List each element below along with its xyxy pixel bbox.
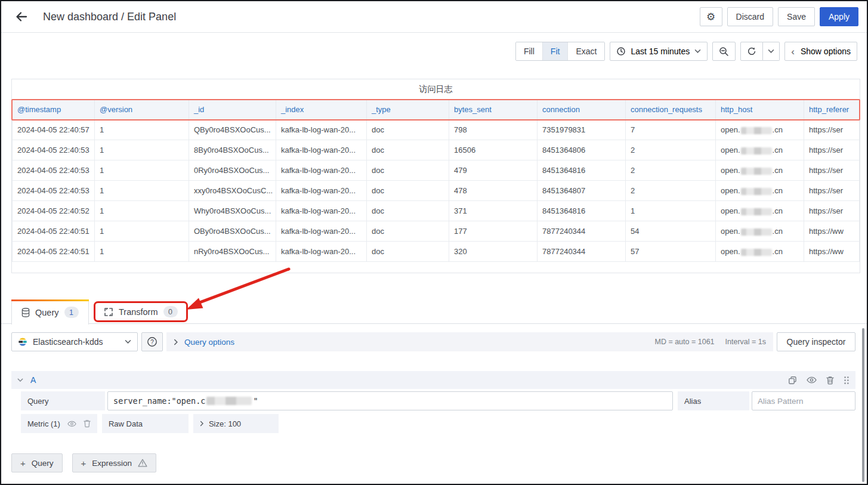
metric-selector[interactable]: Metric (1) bbox=[21, 414, 97, 433]
cell-host: open..cn bbox=[716, 160, 804, 181]
show-options-button[interactable]: ‹ Show options bbox=[784, 42, 857, 61]
size-option-toggle[interactable]: Size: 100 bbox=[193, 414, 279, 433]
tab-transform[interactable]: Transform 0 bbox=[95, 303, 186, 320]
table-row: 2024-04-05 22:40:511OBy0ro4BSXOoCus...ka… bbox=[13, 221, 860, 242]
chevron-down-icon bbox=[17, 378, 23, 382]
column-header[interactable]: _id bbox=[189, 100, 276, 120]
cell-timestamp: 2024-04-05 22:40:52 bbox=[13, 201, 95, 221]
time-range-label: Last 15 minutes bbox=[631, 47, 690, 56]
cell-connection: 8451364807 bbox=[538, 181, 626, 201]
cell-id: 0Ry0ro4BSXOoCus... bbox=[189, 160, 276, 181]
cell-id: nRy0ro4BSXOoCus... bbox=[189, 242, 276, 262]
toggle-query-visibility-button[interactable] bbox=[807, 376, 817, 384]
chevron-down-icon bbox=[768, 49, 774, 54]
column-header[interactable]: _type bbox=[367, 100, 449, 120]
query-options-toggle[interactable]: Query options MD = auto = 1061 Interval … bbox=[166, 332, 773, 351]
column-header[interactable]: connection bbox=[538, 100, 626, 120]
chevron-left-icon: ‹ bbox=[791, 47, 795, 57]
refresh-interval-dropdown[interactable] bbox=[763, 42, 780, 61]
zoom-out-button[interactable] bbox=[712, 42, 736, 61]
discard-button[interactable]: Discard bbox=[727, 7, 773, 26]
cell-referer: https://ww bbox=[804, 221, 860, 242]
cell-connection: 7877240344 bbox=[538, 221, 626, 242]
cell-index: kafka-lb-log-wan-20... bbox=[276, 201, 367, 221]
cell-connection_requests: 7 bbox=[626, 120, 716, 140]
column-header[interactable]: connection_requests bbox=[626, 100, 716, 120]
cell-index: kafka-lb-log-wan-20... bbox=[276, 242, 367, 262]
cell-connection_requests: 2 bbox=[626, 181, 716, 201]
cell-referer: https://ser bbox=[804, 120, 860, 140]
cell-referer: https://ser bbox=[804, 181, 860, 201]
max-data-points-value: MD = auto = 1061 bbox=[654, 338, 714, 346]
cell-host: open..cn bbox=[716, 181, 804, 201]
table-row: 2024-04-05 22:40:521Why0ro4BSXOoCus...ka… bbox=[13, 201, 860, 221]
delete-query-button[interactable] bbox=[826, 376, 834, 385]
cell-bytes_sent: 798 bbox=[449, 120, 538, 140]
query-field-row: Query server_name:"open.c " Alias bbox=[21, 391, 855, 410]
cell-id: OBy0ro4BSXOoCus... bbox=[189, 221, 276, 242]
query-ref-header[interactable]: A bbox=[11, 371, 855, 389]
add-expression-button[interactable]: + Expression bbox=[72, 453, 157, 472]
fill-option[interactable]: Fill bbox=[516, 42, 542, 60]
datasource-help-button[interactable]: ? bbox=[141, 332, 163, 351]
cell-type: doc bbox=[367, 140, 449, 160]
page-title: New dashboard / Edit Panel bbox=[43, 11, 176, 23]
time-range-picker[interactable]: Last 15 minutes bbox=[610, 42, 708, 61]
column-header[interactable]: _index bbox=[276, 100, 367, 120]
tab-query[interactable]: Query 1 bbox=[11, 299, 89, 325]
cell-timestamp: 2024-04-05 22:40:57 bbox=[13, 120, 95, 140]
drag-dots-icon bbox=[844, 376, 850, 385]
scrollbar-thumb[interactable] bbox=[862, 328, 864, 482]
cell-host: open..cn bbox=[716, 221, 804, 242]
query-input[interactable]: server_name:"open.c " bbox=[107, 391, 673, 410]
size-label: Size: 100 bbox=[209, 419, 241, 428]
metric-type-value[interactable]: Raw Data bbox=[102, 414, 189, 433]
table-row: 2024-04-05 22:40:571QBy0ro4BSXOoCus...ka… bbox=[13, 120, 860, 140]
column-header[interactable]: bytes_sent bbox=[449, 100, 538, 120]
column-header[interactable]: @version bbox=[95, 100, 189, 120]
add-query-button[interactable]: + Query bbox=[11, 453, 63, 472]
column-header[interactable]: @timestamp bbox=[13, 100, 95, 120]
fit-option[interactable]: Fit bbox=[542, 42, 568, 60]
size-mode-group: Fill Fit Exact bbox=[515, 42, 605, 61]
cell-bytes_sent: 320 bbox=[449, 242, 538, 262]
table-body: 2024-04-05 22:40:571QBy0ro4BSXOoCus...ka… bbox=[13, 120, 860, 262]
duplicate-query-button[interactable] bbox=[788, 376, 797, 385]
drag-handle[interactable] bbox=[844, 376, 850, 385]
cell-connection_requests: 2 bbox=[626, 140, 716, 160]
cell-bytes_sent: 478 bbox=[449, 181, 538, 201]
redacted-text bbox=[741, 147, 772, 155]
cell-timestamp: 2024-04-05 22:40:53 bbox=[13, 140, 95, 160]
transform-icon bbox=[104, 307, 113, 317]
redacted-text bbox=[741, 188, 772, 195]
alias-input[interactable] bbox=[752, 391, 855, 410]
transform-count-badge: 0 bbox=[163, 306, 178, 317]
chevron-down-icon bbox=[694, 49, 701, 54]
exact-option[interactable]: Exact bbox=[567, 42, 604, 60]
cell-version: 1 bbox=[95, 120, 189, 140]
back-button[interactable] bbox=[10, 6, 33, 27]
chevron-right-icon bbox=[174, 339, 178, 345]
metric-row: Metric (1) Raw Data Size: 100 bbox=[21, 414, 855, 433]
query-inspector-button[interactable]: Query inspector bbox=[777, 332, 855, 351]
table-panel: 访问日志 @timestamp@version_id_index_typebyt… bbox=[11, 79, 860, 273]
save-button[interactable]: Save bbox=[778, 7, 815, 26]
column-header[interactable]: http_referer bbox=[804, 100, 860, 120]
refresh-button[interactable] bbox=[740, 42, 763, 61]
apply-button[interactable]: Apply bbox=[820, 7, 858, 26]
datasource-picker[interactable]: Elasticsearch-kdds bbox=[11, 332, 138, 351]
show-options-label: Show options bbox=[801, 47, 851, 56]
cell-bytes_sent: 16506 bbox=[449, 140, 538, 160]
column-header[interactable]: http_host bbox=[716, 100, 804, 120]
add-expression-label: Expression bbox=[92, 459, 132, 468]
cell-id: 8By0ro4BSXOoCus... bbox=[189, 140, 276, 160]
datasource-name: Elasticsearch-kdds bbox=[33, 337, 119, 347]
cell-referer: https://ser bbox=[804, 160, 860, 181]
data-table: @timestamp@version_id_index_typebytes_se… bbox=[12, 99, 860, 262]
redacted-text bbox=[741, 208, 772, 215]
cell-referer: https://ser bbox=[804, 201, 860, 221]
panel-settings-button[interactable]: ⚙ bbox=[700, 7, 722, 26]
query-value-suffix: " bbox=[253, 396, 258, 406]
redacted-text bbox=[741, 249, 772, 256]
cell-timestamp: 2024-04-05 22:40:53 bbox=[13, 160, 95, 181]
